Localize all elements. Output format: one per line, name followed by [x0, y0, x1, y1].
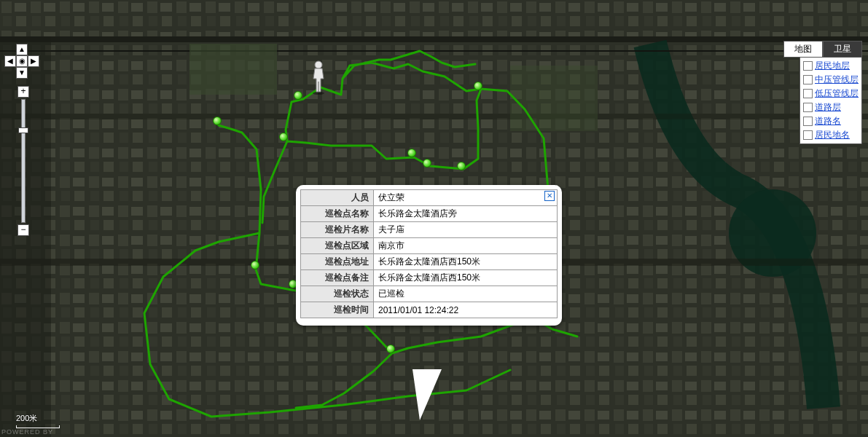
- layer-row: 道路名: [803, 114, 859, 128]
- balloon-field-label: 巡检点区域: [301, 238, 374, 254]
- person-marker-icon[interactable]: [308, 60, 329, 95]
- layer-checkbox[interactable]: [803, 61, 813, 71]
- zoom-in-button[interactable]: +: [17, 86, 29, 98]
- layer-link[interactable]: 低压管线层: [815, 87, 859, 100]
- balloon-field-label: 巡检片名称: [301, 222, 374, 238]
- layer-row: 居民地名: [803, 128, 859, 142]
- layer-checkbox[interactable]: [803, 130, 813, 140]
- balloon-field-label: 巡检点名称: [301, 206, 374, 222]
- zoom-slider-track[interactable]: [21, 99, 26, 223]
- balloon-field-label: 人员: [301, 190, 374, 206]
- svg-point-12: [315, 61, 322, 68]
- inspection-point-marker[interactable]: [407, 149, 416, 157]
- inspection-point-marker[interactable]: [251, 261, 259, 269]
- layer-link[interactable]: 居民地名: [815, 129, 850, 141]
- layer-checkbox[interactable]: [803, 89, 813, 98]
- layer-checkbox[interactable]: [803, 75, 813, 84]
- balloon-field-value: 夫子庙: [374, 222, 558, 238]
- map-type-toggle: 地图 卫星: [783, 41, 862, 58]
- inspection-point-marker[interactable]: [474, 82, 482, 90]
- layer-checkbox[interactable]: [803, 117, 813, 126]
- balloon-field-value: 长乐路金太隆酒店西150米: [374, 270, 558, 286]
- pan-up-button[interactable]: ▲: [16, 44, 28, 55]
- inspection-point-marker[interactable]: [294, 91, 302, 100]
- pan-right-button[interactable]: ▶: [28, 55, 39, 67]
- balloon-close-button[interactable]: ✕: [544, 191, 555, 201]
- balloon-field-value: 已巡检: [374, 286, 558, 302]
- balloon-table: 人员伏立荣巡检点名称长乐路金太隆酒店旁巡检片名称夫子庙巡检点区域南京市巡检点地址…: [300, 189, 558, 318]
- balloon-field-label: 巡检状态: [301, 286, 374, 302]
- balloon-field-value: 长乐路金太隆酒店西150米: [374, 254, 558, 270]
- layer-link[interactable]: 道路名: [815, 115, 841, 127]
- layer-link[interactable]: 道路层: [815, 101, 841, 114]
- layer-link[interactable]: 中压管线层: [815, 74, 859, 86]
- inspection-point-marker[interactable]: [423, 159, 431, 168]
- scale-value: 200米: [16, 414, 37, 422]
- layer-row: 居民地层: [803, 59, 859, 73]
- info-balloon: ✕ 人员伏立荣巡检点名称长乐路金太隆酒店旁巡检片名称夫子庙巡检点区域南京市巡检点…: [296, 185, 562, 326]
- balloon-field-label: 巡检点地址: [301, 254, 374, 270]
- map-pan-control: ▲ ◀ ◉ ▶ ▼: [4, 44, 39, 79]
- pan-home-button[interactable]: ◉: [16, 55, 28, 67]
- svg-point-11: [313, 92, 324, 95]
- maptype-satellite-button[interactable]: 卫星: [823, 41, 862, 58]
- balloon-field-label: 巡检点备注: [301, 270, 374, 286]
- pan-left-button[interactable]: ◀: [4, 55, 16, 67]
- layer-row: 低压管线层: [803, 87, 859, 101]
- layers-panel: 居民地层中压管线层低压管线层道路层道路名居民地名: [799, 57, 862, 144]
- zoom-slider-thumb[interactable]: [18, 127, 28, 133]
- inspection-point-marker[interactable]: [279, 133, 288, 141]
- inspection-point-marker[interactable]: [213, 117, 222, 125]
- layer-row: 中压管线层: [803, 73, 859, 87]
- balloon-field-value: 伏立荣: [374, 190, 558, 206]
- scale-bar: 200米: [16, 413, 60, 428]
- maptype-map-button[interactable]: 地图: [783, 41, 823, 58]
- layer-row: 道路层: [803, 101, 859, 114]
- zoom-out-button[interactable]: −: [17, 224, 29, 236]
- inspection-point-marker[interactable]: [457, 162, 466, 170]
- balloon-field-label: 巡检时间: [301, 302, 374, 318]
- balloon-field-value: 南京市: [374, 238, 558, 254]
- inspection-point-marker[interactable]: [386, 345, 395, 353]
- map-zoom-control: + −: [17, 86, 29, 236]
- layer-link[interactable]: 居民地层: [815, 60, 850, 72]
- layer-checkbox[interactable]: [803, 103, 813, 112]
- balloon-field-value: 2011/01/01 12:24:22: [374, 302, 558, 318]
- pan-down-button[interactable]: ▼: [16, 67, 28, 79]
- balloon-field-value: 长乐路金太隆酒店旁: [374, 206, 558, 222]
